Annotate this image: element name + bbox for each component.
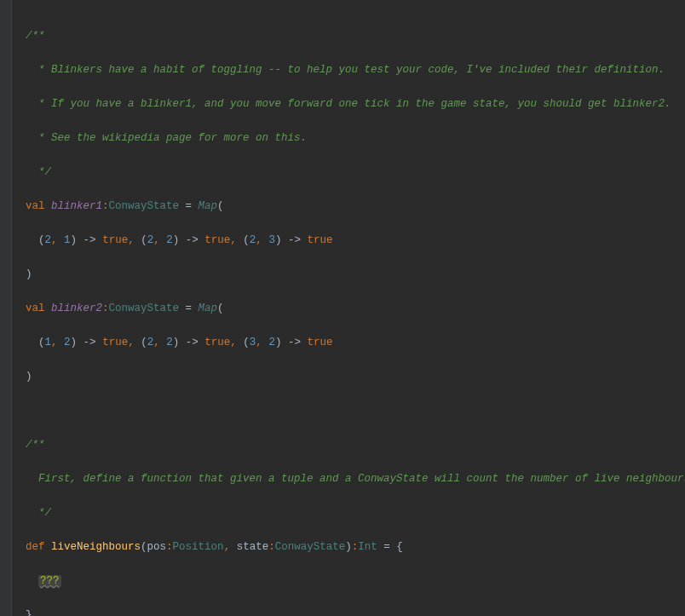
keyword-true: true xyxy=(204,234,230,246)
function-name: liveNeighbours xyxy=(51,541,141,553)
code-editor[interactable]: /** * Blinkers have a habit of toggling … xyxy=(0,0,685,616)
keyword-true: true xyxy=(307,337,332,348)
keyword-val: val xyxy=(26,200,45,212)
comment-text: * Blinkers have a habit of toggling -- t… xyxy=(26,64,665,76)
keyword-true: true xyxy=(204,337,230,348)
arrow: -> xyxy=(281,337,307,348)
number: 1 xyxy=(45,337,52,348)
arrow: -> xyxy=(179,234,204,246)
number: 2 xyxy=(45,234,52,246)
number: 2 xyxy=(64,337,71,348)
param: state xyxy=(237,541,269,553)
arrow: -> xyxy=(77,337,102,348)
comment-text: * If you have a blinker1, and you move f… xyxy=(26,98,671,110)
type-map: Map xyxy=(199,200,218,212)
number: 2 xyxy=(268,337,275,348)
comment-text: * See the wikipedia page for more on thi… xyxy=(26,132,307,144)
arrow: -> xyxy=(281,234,307,246)
keyword-def: def xyxy=(26,541,45,553)
param: pos xyxy=(147,541,167,553)
todo-placeholder: ??? xyxy=(38,575,61,587)
code-area[interactable]: /** * Blinkers have a habit of toggling … xyxy=(12,0,685,616)
comment-text: First, define a function that given a tu… xyxy=(26,473,685,485)
arrow: -> xyxy=(77,234,102,246)
arrow: -> xyxy=(179,337,204,348)
comment-text: */ xyxy=(26,166,51,178)
number: 3 xyxy=(268,234,275,246)
identifier: blinker1 xyxy=(51,200,102,212)
comment-text: */ xyxy=(26,507,51,519)
type: Position xyxy=(173,541,224,553)
number: 2 xyxy=(166,337,173,348)
type: Int xyxy=(358,541,377,553)
type: ConwayState xyxy=(275,541,346,553)
gutter xyxy=(0,0,12,616)
identifier: blinker2 xyxy=(51,302,102,314)
type-map: Map xyxy=(199,302,218,314)
keyword-true: true xyxy=(102,337,128,348)
type: ConwayState xyxy=(109,302,180,314)
equals: = xyxy=(179,302,199,314)
comment-text: /** xyxy=(26,30,45,42)
number: 1 xyxy=(64,234,71,246)
comment-text: /** xyxy=(26,439,45,451)
type: ConwayState xyxy=(109,200,180,212)
keyword-true: true xyxy=(307,234,332,246)
keyword-true: true xyxy=(102,234,128,246)
number: 2 xyxy=(166,234,173,246)
equals: = xyxy=(179,200,199,212)
keyword-val: val xyxy=(26,302,45,314)
